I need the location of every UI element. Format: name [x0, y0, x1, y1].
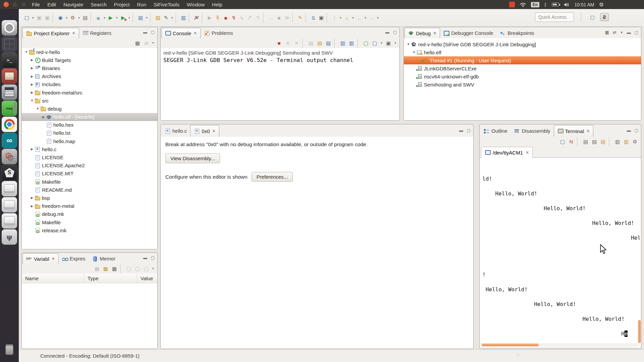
debug-tree-item[interactable]: hello.elf: [404, 48, 641, 56]
new-source-button[interactable]: ▤: [137, 14, 145, 22]
link-with-editor-button[interactable]: ⇄: [142, 39, 150, 47]
freedom-studio-app-icon[interactable]: [2, 165, 17, 180]
view-disassembly-button[interactable]: View Disassembly...: [165, 154, 220, 163]
view-tab[interactable]: Disassembly ✕: [511, 125, 554, 137]
minimize-window-button[interactable]: [12, 2, 18, 7]
serial-session-tab[interactable]: /dev/ttyACM1 ✕: [481, 147, 533, 158]
session-gear-icon[interactable]: ⚙: [599, 1, 604, 8]
drive-icon-3[interactable]: [2, 213, 17, 229]
separator[interactable]: [52, 13, 55, 22]
tree-item[interactable]: Archives: [22, 72, 157, 80]
column-header-name[interactable]: Name: [22, 274, 84, 283]
menu-item[interactable]: Search: [91, 2, 107, 7]
maximize-panel-icon[interactable]: ▢: [635, 128, 638, 133]
tree-item[interactable]: bsp: [22, 194, 157, 202]
view-tab[interactable]: Expres ✕: [59, 253, 89, 264]
menu-item[interactable]: Help: [212, 2, 222, 7]
resume-button[interactable]: ▶: [206, 14, 214, 22]
profile-dropdown[interactable]: ▼: [127, 16, 131, 19]
close-window-button[interactable]: [3, 2, 9, 7]
last-edit-button[interactable]: !: [330, 14, 338, 22]
separator[interactable]: [132, 13, 136, 22]
show-stderr-button[interactable]: ▥: [347, 39, 356, 47]
console-button[interactable]: ▥: [179, 14, 187, 22]
tree-item[interactable]: debug.mk: [22, 210, 157, 218]
collapse-stack-icon[interactable]: ⇄: [613, 30, 616, 35]
new-dropdown[interactable]: ▼: [31, 16, 35, 19]
view-tab[interactable]: Project Explorer ✕: [22, 28, 79, 38]
drive-icon-1[interactable]: [2, 181, 17, 196]
debug-config-button[interactable]: ◉: [56, 14, 64, 22]
view-tab[interactable]: Memor ✕: [89, 253, 119, 264]
tree-item[interactable]: hello.lst: [22, 129, 157, 137]
step-return-button[interactable]: ↰: [254, 14, 262, 22]
debug-button[interactable]: ж: [94, 14, 102, 22]
expander-icon[interactable]: [30, 91, 35, 94]
volume-icon[interactable]: [564, 2, 570, 7]
view-tab[interactable]: Debug ✕: [405, 28, 440, 38]
maximize-window-button[interactable]: [21, 2, 26, 7]
separator[interactable]: [334, 39, 337, 48]
tree-item[interactable]: Binaries: [22, 64, 157, 72]
debug-perspective-button[interactable]: Ƨ: [600, 13, 609, 21]
annotation-dropdown[interactable]: ▼: [338, 16, 343, 19]
tree-item[interactable]: LICENSE: [22, 153, 157, 161]
horizontal-scrollbar-thumb[interactable]: [482, 344, 539, 346]
maximize-panel-icon[interactable]: ▢: [393, 30, 397, 35]
menu-item[interactable]: SiFiveTools: [154, 2, 179, 7]
expander-icon[interactable]: [35, 107, 40, 110]
run-to-line-button[interactable]: →: [267, 14, 275, 22]
column-header-value[interactable]: Value: [137, 274, 157, 283]
open-perspective-button[interactable]: ▢: [588, 13, 597, 21]
run-dropdown[interactable]: ▼: [115, 16, 119, 19]
close-tab-icon[interactable]: ✕: [194, 31, 197, 36]
tree-item[interactable]: ▫ src: [22, 97, 157, 105]
separator[interactable]: [90, 13, 93, 22]
expander-icon[interactable]: [30, 75, 35, 78]
maximize-panel-icon[interactable]: ▢: [467, 128, 471, 133]
view-menu-button[interactable]: ▼: [151, 42, 155, 45]
tree-item[interactable]: hello.map: [22, 137, 157, 145]
settings-button[interactable]: ▤: [582, 138, 590, 146]
separator[interactable]: [577, 137, 580, 146]
tree-item[interactable]: Build Targets: [22, 56, 157, 64]
menu-item[interactable]: Project: [114, 2, 130, 7]
bluetooth-icon[interactable]: ᛒ: [544, 2, 547, 7]
separator[interactable]: [357, 39, 360, 48]
display-console-button[interactable]: ▢: [371, 39, 379, 47]
menu-item[interactable]: Run: [137, 2, 146, 7]
debug-tree-item[interactable]: Thread #1 (Running : User Request): [404, 56, 641, 64]
back-button[interactable]: ←: [355, 14, 363, 22]
workspace-switcher-icon[interactable]: [2, 36, 17, 52]
step-into-button[interactable]: ↳: [238, 14, 246, 22]
terminal-screen[interactable]: ld! Hello, World! Hello, World! Hello, W…: [482, 161, 640, 342]
build-button[interactable]: ⚙: [69, 14, 77, 22]
debug-config-dropdown[interactable]: ▼: [64, 16, 69, 19]
save-button[interactable]: ▣: [35, 14, 43, 22]
expander-icon[interactable]: [30, 147, 35, 151]
tree-item[interactable]: LICENSE.MIT: [22, 170, 157, 178]
chrome-app-icon[interactable]: [2, 117, 17, 132]
column-header-type[interactable]: Type: [84, 274, 137, 283]
separator[interactable]: [120, 264, 123, 273]
preferences-button[interactable]: Preferences...: [252, 172, 293, 182]
show-type-names-button[interactable]: ▦: [93, 265, 101, 273]
expander-icon[interactable]: [30, 204, 35, 208]
tree-item[interactable]: Makefile: [22, 178, 157, 186]
menu-item[interactable]: Navigate: [63, 2, 83, 7]
new-source-dropdown[interactable]: ▼: [145, 16, 149, 19]
disconnect-button[interactable]: N: [567, 138, 575, 146]
display-console-dropdown[interactable]: ▼: [379, 42, 384, 45]
tree-item[interactable]: hello.hex: [22, 121, 157, 129]
open-console-button[interactable]: ▢: [362, 39, 370, 47]
vertical-scrollbar-thumb[interactable]: [638, 320, 641, 343]
step-over-button[interactable]: ↱: [246, 14, 254, 22]
new-wizard-button[interactable]: ▢: [23, 14, 31, 22]
separator[interactable]: [326, 13, 329, 22]
tree-item[interactable]: LICENSE.Apache2: [22, 162, 157, 170]
usb-drive-icon[interactable]: ψ: [2, 229, 17, 245]
close-tab-icon[interactable]: ✕: [586, 129, 590, 133]
view-tab[interactable]: Outline ✕: [480, 125, 511, 137]
run-button[interactable]: ▶: [107, 14, 115, 22]
window-button[interactable]: ▣: [317, 14, 325, 22]
